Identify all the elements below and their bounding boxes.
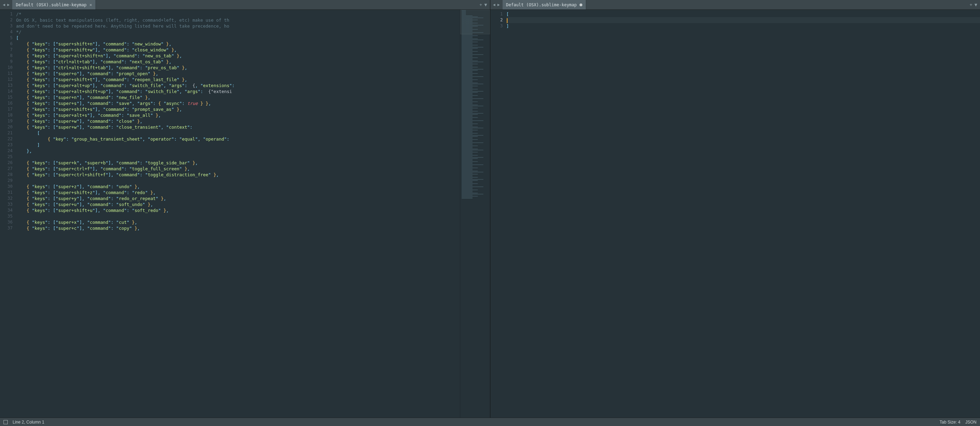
left-tab[interactable]: Default (OSX).sublime-keymap × [12, 0, 96, 10]
right-code[interactable]: [] [506, 10, 980, 418]
nav-prev-icon[interactable]: ◀ [492, 2, 496, 8]
status-syntax[interactable]: JSON [965, 420, 977, 424]
tab-title: Default (OSX).sublime-keymap [506, 2, 577, 7]
dirty-indicator-icon [579, 3, 582, 6]
tab-menu-icon[interactable]: ▼ [974, 2, 977, 7]
new-tab-icon[interactable]: + [479, 2, 482, 7]
nav-next-icon[interactable]: ▶ [496, 2, 501, 8]
left-tabbar: ◀ ▶ Default (OSX).sublime-keymap × + ▼ [0, 0, 490, 10]
status-position[interactable]: Line 2, Column 1 [13, 420, 45, 424]
right-tab[interactable]: Default (OSX).sublime-keymap [503, 0, 586, 10]
tab-menu-icon[interactable]: ▼ [484, 2, 487, 7]
new-tab-icon[interactable]: + [969, 2, 972, 7]
panel-switch-icon[interactable] [3, 420, 8, 424]
tab-title: Default (OSX).sublime-keymap [16, 2, 86, 7]
left-minimap[interactable] [460, 10, 490, 418]
split-panes: ◀ ▶ Default (OSX).sublime-keymap × + ▼ 1… [0, 0, 980, 418]
right-editor[interactable]: 123 [] [490, 10, 980, 418]
left-code[interactable]: /*On OS X, basic text manipulations (lef… [16, 10, 460, 418]
right-tabbar: ◀ ▶ Default (OSX).sublime-keymap + ▼ [490, 0, 980, 10]
left-gutter: 1234567891011121314151617181920212223242… [0, 10, 16, 418]
right-gutter: 123 [490, 10, 506, 418]
statusbar: Line 2, Column 1 Tab Size: 4 JSON [0, 418, 980, 426]
nav-next-icon[interactable]: ▶ [6, 2, 11, 8]
close-icon[interactable]: × [89, 2, 92, 7]
right-pane: ◀ ▶ Default (OSX).sublime-keymap + ▼ 123… [490, 0, 980, 418]
left-editor[interactable]: 1234567891011121314151617181920212223242… [0, 10, 490, 418]
status-tab-size[interactable]: Tab Size: 4 [940, 420, 961, 424]
left-pane: ◀ ▶ Default (OSX).sublime-keymap × + ▼ 1… [0, 0, 490, 418]
nav-prev-icon[interactable]: ◀ [2, 2, 6, 8]
